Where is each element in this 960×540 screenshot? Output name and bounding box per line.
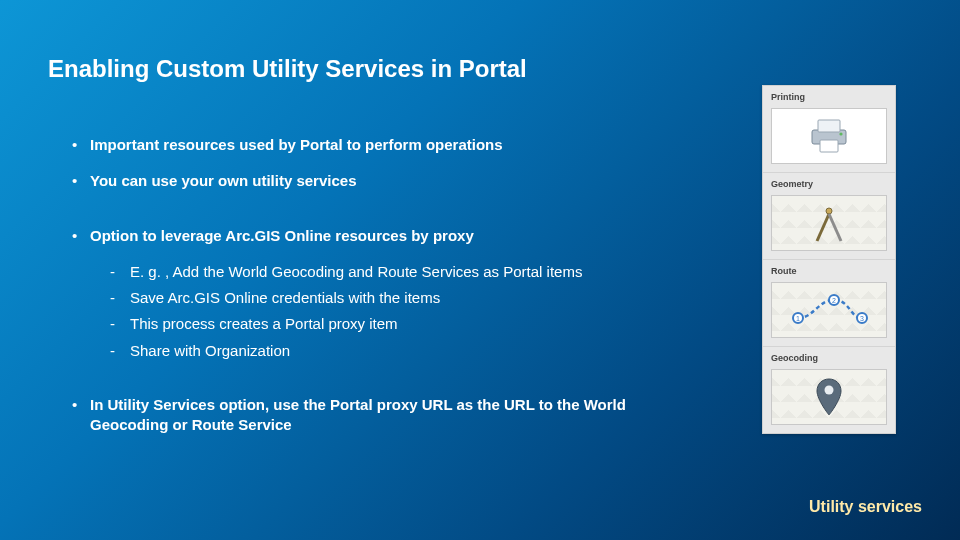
compass-icon (807, 201, 851, 245)
panel-section-geocoding: Geocoding (763, 347, 895, 433)
svg-rect-2 (820, 140, 838, 152)
bullet-2: • You can use your own utility services (72, 171, 740, 191)
panel-label-route: Route (771, 266, 887, 276)
route-icon: 1 2 3 (784, 288, 874, 332)
bullet-4-text: In Utility Services option, use the Port… (90, 395, 630, 436)
panel-label-printing: Printing (771, 92, 887, 102)
bullet-dot: • (72, 395, 90, 436)
slide: Enabling Custom Utility Services in Port… (0, 0, 960, 540)
route-thumb: 1 2 3 (771, 282, 887, 338)
svg-line-5 (817, 214, 829, 241)
bullet-1-text: Important resources used by Portal to pe… (90, 135, 503, 155)
sub-3: - This process creates a Portal proxy it… (110, 314, 740, 334)
svg-text:1: 1 (796, 315, 800, 322)
bullet-dot: • (72, 226, 90, 246)
geocoding-thumb (771, 369, 887, 425)
bullet-2-text: You can use your own utility services (90, 171, 356, 191)
bullet-1: • Important resources used by Portal to … (72, 135, 740, 155)
bullet-3: • Option to leverage Arc.GIS Online reso… (72, 226, 740, 246)
panel-label-geometry: Geometry (771, 179, 887, 189)
geometry-thumb (771, 195, 887, 251)
panel-section-geometry: Geometry (763, 173, 895, 260)
bullet-dot: • (72, 135, 90, 155)
sub-4: - Share with Organization (110, 341, 740, 361)
utility-panel: Printing Geometry (762, 85, 896, 434)
sub-1: - E. g. , Add the World Geocoding and Ro… (110, 262, 740, 282)
dash: - (110, 262, 130, 282)
sub-bullets: - E. g. , Add the World Geocoding and Ro… (110, 262, 740, 361)
sub-4-text: Share with Organization (130, 341, 290, 361)
dash: - (110, 288, 130, 308)
svg-text:3: 3 (860, 315, 864, 322)
pin-icon (809, 375, 849, 419)
panel-label-geocoding: Geocoding (771, 353, 887, 363)
printing-thumb (771, 108, 887, 164)
sub-2-text: Save Arc.GIS Online credentials with the… (130, 288, 440, 308)
panel-section-printing: Printing (763, 86, 895, 173)
sub-1-text: E. g. , Add the World Geocoding and Rout… (130, 262, 582, 282)
slide-title: Enabling Custom Utility Services in Port… (48, 55, 527, 83)
svg-point-3 (839, 132, 842, 135)
svg-text:2: 2 (832, 297, 836, 304)
bullet-3-text: Option to leverage Arc.GIS Online resour… (90, 226, 474, 246)
svg-point-4 (826, 208, 832, 214)
panel-section-route: Route 1 2 3 (763, 260, 895, 347)
sub-2: - Save Arc.GIS Online credentials with t… (110, 288, 740, 308)
sub-3-text: This process creates a Portal proxy item (130, 314, 398, 334)
dash: - (110, 314, 130, 334)
content-area: • Important resources used by Portal to … (72, 135, 740, 451)
panel-caption: Utility services (809, 498, 922, 516)
dash: - (110, 341, 130, 361)
svg-rect-1 (818, 120, 840, 132)
svg-point-13 (825, 386, 834, 395)
bullet-dot: • (72, 171, 90, 191)
printer-icon (806, 118, 852, 154)
bullet-4: • In Utility Services option, use the Po… (72, 395, 740, 436)
svg-line-6 (829, 214, 841, 241)
